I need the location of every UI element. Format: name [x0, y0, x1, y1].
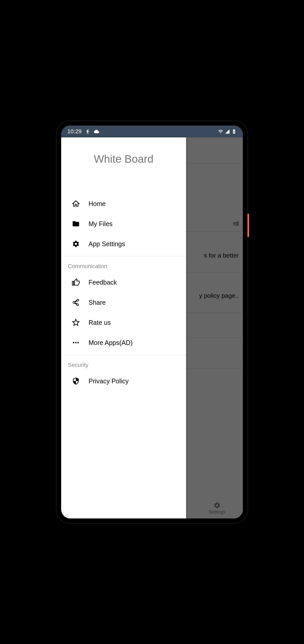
walking-icon	[85, 129, 90, 134]
more-horizontal-icon	[72, 339, 80, 346]
menu-item-privacy[interactable]: Privacy Policy	[61, 371, 186, 391]
drawer-title: White Board	[61, 153, 186, 165]
wifi-icon	[218, 129, 223, 134]
menu-divider	[61, 256, 186, 256]
home-indicator[interactable]	[131, 515, 173, 516]
home-icon	[72, 200, 80, 208]
status-bar-left: 10:29	[67, 128, 99, 135]
menu-item-privacy-label: Privacy Policy	[89, 377, 129, 385]
menu-item-share-label: Share	[89, 299, 106, 306]
status-bar: 10:29	[61, 126, 243, 137]
navigation-drawer: White Board Home	[61, 137, 186, 518]
drawer-header: White Board	[61, 137, 186, 194]
menu-item-home[interactable]: Home	[61, 194, 186, 214]
menu-divider	[61, 355, 186, 355]
signal-icon	[225, 129, 230, 134]
bg-text-fragment-2: s for a better	[204, 252, 239, 259]
status-time: 10:29	[67, 128, 82, 135]
section-title-communication: Communication	[61, 258, 186, 272]
phone-power-button	[247, 214, 249, 237]
content-area: rd s for a better y policy page.. Settin…	[61, 137, 243, 518]
menu-item-files-label: My Files	[89, 220, 113, 228]
bottom-nav-settings-label: Settings	[209, 509, 225, 515]
menu-item-share[interactable]: Share	[61, 292, 186, 312]
folder-icon	[72, 220, 80, 228]
gear-icon	[213, 502, 221, 509]
menu-item-rate-label: Rate us	[89, 319, 111, 326]
menu-item-files[interactable]: My Files	[61, 214, 186, 234]
svg-point-0	[73, 342, 75, 343]
menu-item-rate[interactable]: Rate us	[61, 312, 186, 333]
thumbs-up-icon	[72, 278, 80, 286]
screen: 10:29	[61, 126, 243, 518]
svg-point-2	[77, 342, 79, 343]
drawer-menu: Home My Files App Settings	[61, 194, 186, 518]
menu-item-settings[interactable]: App Settings	[61, 234, 186, 254]
status-bar-right	[218, 129, 237, 134]
battery-icon	[231, 129, 237, 134]
cloud-icon	[94, 129, 99, 134]
svg-point-1	[75, 342, 77, 343]
menu-item-feedback-label: Feedback	[89, 279, 117, 286]
bottom-nav-settings[interactable]: Settings	[191, 498, 243, 518]
bg-text-fragment-3: y policy page..	[199, 292, 239, 299]
menu-item-feedback[interactable]: Feedback	[61, 272, 186, 292]
bg-text-fragment-1: rd	[233, 220, 239, 227]
phone-frame: 10:29	[57, 121, 247, 523]
menu-item-home-label: Home	[89, 200, 106, 208]
shield-icon	[72, 377, 80, 385]
share-icon	[72, 299, 80, 306]
menu-item-settings-label: App Settings	[89, 240, 125, 248]
gear-icon	[72, 240, 80, 248]
star-icon	[72, 319, 80, 326]
menu-item-more-apps[interactable]: More Apps(AD)	[61, 333, 186, 353]
section-title-security: Security	[61, 357, 186, 371]
menu-item-more-apps-label: More Apps(AD)	[89, 339, 133, 346]
